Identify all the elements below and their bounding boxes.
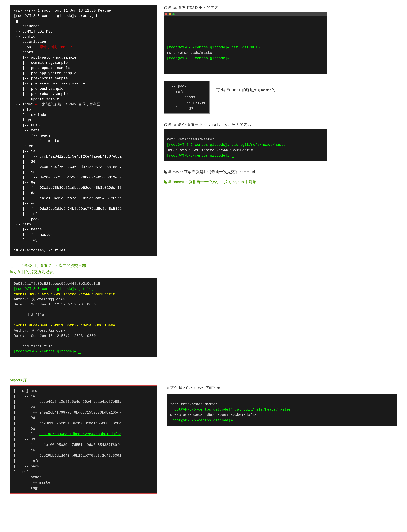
obj-cat-line1: ref: refs/heads/master <box>170 402 218 406</box>
objects-note1: 前两个 是文件名： 比如 下面的 9e <box>167 386 397 390</box>
bottom-section: objects 库 |-- objects | |-- 1a | | `-- c… <box>10 377 397 494</box>
middle-section: "git log" 命令用于查看 Git 仓库中的提交日志， 显示项目的提交历史… <box>10 263 397 357</box>
cat-head-line1: [root@VM-8-5-centos gitcode]# cat .git/H… <box>167 46 260 50</box>
cat-head-terminal: [root@VM-8-5-centos gitcode]# cat .git/H… <box>164 12 327 74</box>
pack-refs-note: 可以看到 HEAD 的确是指向 master 的 <box>216 87 275 92</box>
git-log-intro2: 显示项目的提交历史记录。 <box>10 269 397 274</box>
tree-git-terminal: -rw-r--r-- 1 root root 11 Jun 18 12:30 R… <box>10 5 157 256</box>
objects-terminal-wrapper: |-- objects | |-- 1a | | `-- cccb49a8412… <box>10 386 157 494</box>
git-log-line1: 9e03c1ac78b36c821dbeee52ee448b3b010dcf18 <box>14 282 100 286</box>
pack-refs-box: -- pack `-- refs |-- heads | `-- master … <box>164 81 210 114</box>
objects-right-panel: 前两个 是文件名： 比如 下面的 9e ref: refs/heads/mast… <box>167 386 397 426</box>
dot-red <box>165 13 167 15</box>
git-log-line11: Date: Sun Jun 18 12:55:21 2023 +0800 <box>14 334 96 338</box>
cat-refs-line3: 9e03c1ac78b36c821dbeee52ee448b3b010dcf18 <box>167 148 253 152</box>
cat-refs-label: 通过 cat 命令 查看一下 refs/heads/master 里面的内容 <box>164 122 327 127</box>
pack-refs-note-text: 可以看到 HEAD 的确是指向 master 的 <box>216 87 275 92</box>
page-container: -rw-r--r-- 1 root root 11 Jun 18 12:30 R… <box>0 0 407 499</box>
git-log-line10: Author: 伙 <test@qq.com> <box>14 329 65 333</box>
master-note1: 这里 master 存放着就是我们最新一次提交的 commitId <box>164 169 327 175</box>
cat-head-label: 通过 cat 查看 HEAD 里面的内容 <box>164 5 327 10</box>
obj-cat-line3: 9e03c1ac78b36c821dbeee52ee448b3b010dcf18 <box>170 413 256 417</box>
git-log-line2: [root@VM-8-5-centos gitcode]# git log <box>14 287 94 291</box>
master-notes: 这里 master 存放着就是我们最新一次提交的 commitId 这里 com… <box>164 169 327 185</box>
dot-yellow <box>169 13 171 15</box>
obj-cat-line4: [root@VM-8-5-centos gitcode]# █ <box>170 418 237 423</box>
git-log-terminal: 9e03c1ac78b36c821dbeee52ee448b3b010dcf18… <box>10 278 157 357</box>
dot-green <box>172 13 175 15</box>
right-panel: 通过 cat 查看 HEAD 里面的内容 [root@VM-8-5-centos… <box>164 5 327 256</box>
cat-refs-section: 通过 cat 命令 查看一下 refs/heads/master 里面的内容 r… <box>164 122 327 161</box>
git-log-line9: commit 96de20eb0575fb51536fb798c8a1e6580… <box>14 324 115 328</box>
git-log-line5: Date: Sun Jun 18 12:59:07 2023 +0800 <box>14 302 96 307</box>
cat-head-line2: ref: refs/heads/master <box>167 51 214 55</box>
git-log-line4: Author: 伙 <test@qq.com> <box>14 297 65 301</box>
master-note2: 这里 commitId 就相当于一个索引，指向 objects 中对象. <box>164 178 327 185</box>
cat-refs-line1: ref: refs/heads/master <box>167 138 214 142</box>
top-section: -rw-r--r-- 1 root root 11 Jun 18 12:30 R… <box>10 5 397 256</box>
cat-head-content: [root@VM-8-5-centos gitcode]# cat .git/H… <box>167 39 324 61</box>
pack-refs-box-wrapper: -- pack `-- refs |-- heads | `-- master … <box>164 81 210 114</box>
objects-cat-terminal: ref: refs/heads/master [root@VM-8-5-cent… <box>167 393 397 426</box>
git-log-line3: commit 9e03c1ac78b36c821dbeee52ee448b3b0… <box>14 292 115 296</box>
cat-head-line3: [root@VM-8-5-centos gitcode]# █ <box>167 56 234 60</box>
git-log-line13: add first file <box>14 344 53 348</box>
cat-refs-line2: [root@VM-8-5-centos gitcode]# cat .git/r… <box>167 143 288 147</box>
bottom-content-row: |-- objects | |-- 1a | | `-- cccb49a8412… <box>10 386 397 494</box>
cat-refs-terminal: ref: refs/heads/master [root@VM-8-5-cent… <box>164 129 327 161</box>
git-log-line14: [root@VM-8-5-centos gitcode]# █ <box>14 349 81 354</box>
terminal-titlebar <box>164 12 327 16</box>
obj-cat-line2: [root@VM-8-5-centos gitcode]# cat .git/r… <box>170 408 291 412</box>
cat-refs-line4: [root@VM-8-5-centos gitcode]# █ <box>167 154 234 158</box>
tree-terminal-line1: -rw-r--r-- 1 root root 11 Jun 18 12:30 R… <box>14 9 122 253</box>
git-log-intro1: "git log" 命令用于查看 Git 仓库中的提交日志， <box>10 263 397 268</box>
pack-refs-row: -- pack `-- refs |-- heads | `-- master … <box>164 81 327 114</box>
git-log-intro: "git log" 命令用于查看 Git 仓库中的提交日志， 显示项目的提交历史… <box>10 263 397 275</box>
git-log-line7: add 3 file <box>14 313 44 317</box>
cat-head-section: 通过 cat 查看 HEAD 里面的内容 [root@VM-8-5-centos… <box>164 5 327 74</box>
objects-terminal: |-- objects | |-- 1a | | `-- cccb49a8412… <box>10 386 157 494</box>
objects-section-title: objects 库 <box>10 377 397 383</box>
left-panel: -rw-r--r-- 1 root root 11 Jun 18 12:30 R… <box>10 5 157 256</box>
